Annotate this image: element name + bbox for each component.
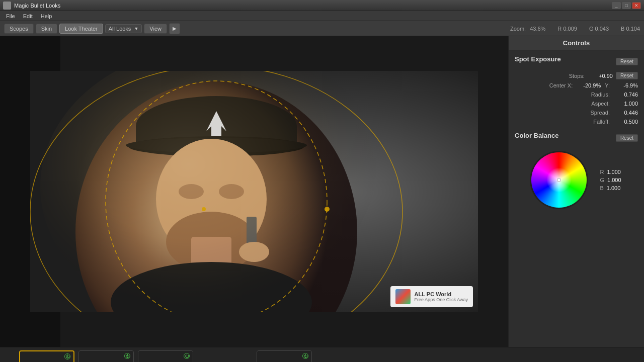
effect-card-colorista[interactable]: ⏻ Colorista 3-Way (78, 350, 134, 362)
view-button[interactable]: View (144, 24, 167, 34)
app-icon (3, 2, 11, 10)
lens-distortion-power-icon[interactable]: ⏻ (302, 353, 308, 359)
watermark: ALL PC World Free Apps One Click Away (390, 286, 473, 307)
y-value: -6.9% (613, 82, 638, 88)
menu-help[interactable]: Help (37, 12, 56, 20)
radius-value: 0.746 (613, 92, 638, 98)
title-bar: Magic Bullet Looks _ □ ✕ (0, 0, 644, 11)
preview-area: .inner-ellipse { fill: none; stroke: #d4… (0, 36, 508, 347)
effect-card-spot-exposure[interactable]: ⏻ S Spot Exposure (19, 350, 74, 362)
svg-point-18 (202, 207, 206, 211)
color-g-value: 1.000 (607, 177, 621, 183)
spread-label: Spread: (590, 110, 610, 116)
zoom-value: 43.6% (530, 26, 545, 32)
effect-card-lens-distortion[interactable]: ⏻ Lens Distortion (257, 350, 312, 362)
spot-exposure-reset-button[interactable]: Reset (616, 58, 638, 65)
color-balance-reset-button[interactable]: Reset (616, 134, 638, 142)
b-channel-info: B 0.104 (621, 26, 640, 32)
color-g-channel: G (600, 177, 604, 183)
scopes-button[interactable]: Scopes (4, 24, 34, 34)
controls-panel: Controls Spot Exposure Reset Stops: +0.9… (508, 36, 644, 347)
all-looks-dropdown[interactable]: All Looks ▼ (105, 24, 142, 33)
colorista-power-icon[interactable]: ⏻ (124, 353, 130, 359)
cosmo-power-icon[interactable]: ⏻ (184, 353, 190, 359)
play-button[interactable]: ▶ (169, 23, 180, 34)
falloff-value: 0.500 (613, 119, 638, 125)
preview-canvas: .inner-ellipse { fill: none; stroke: #d4… (30, 71, 478, 312)
svg-point-19 (325, 207, 330, 212)
close-button[interactable]: ✕ (632, 2, 641, 9)
watermark-title: ALL PC World (415, 291, 468, 297)
zoom-label: Zoom: (510, 26, 526, 32)
effect-card-cosmo[interactable]: ⏻ 🍸 Cosmo (138, 350, 193, 362)
radius-label: Radius: (591, 92, 610, 98)
center-x-value: -20.9% (576, 82, 601, 88)
menu-edit[interactable]: Edit (19, 12, 37, 20)
stops-value: +0.90 (588, 73, 613, 79)
svg-point-15 (40, 71, 392, 312)
color-wheel-container[interactable] (531, 152, 587, 208)
dropdown-arrow-icon: ▼ (134, 26, 138, 31)
menu-file[interactable]: File (2, 12, 19, 20)
aspect-label: Aspect: (591, 101, 610, 107)
color-r-value: 1.000 (607, 169, 621, 175)
menu-bar: File Edit Help (0, 11, 644, 21)
window-title: Magic Bullet Looks (14, 3, 612, 9)
stops-label: Stops: (569, 73, 585, 79)
main-layout: .inner-ellipse { fill: none; stroke: #d4… (0, 36, 644, 347)
spread-value: 0.446 (613, 110, 638, 116)
spread-row: Spread: 0.446 (515, 110, 638, 116)
color-r-channel: R (600, 169, 604, 175)
color-balance-section: Color Balance Reset R 1.000 (515, 132, 638, 213)
color-wheel[interactable] (531, 152, 587, 208)
color-balance-title: Color Balance (515, 132, 558, 139)
toolbar: Scopes Skin Look Theater All Looks ▼ Vie… (0, 21, 644, 36)
controls-header: Controls (509, 36, 644, 50)
aspect-value: 1.000 (613, 101, 638, 107)
minimize-button[interactable]: _ (612, 2, 621, 9)
maximize-button[interactable]: □ (622, 2, 631, 9)
looks-sidebar: Looks (2, 347, 13, 362)
person-image: .inner-ellipse { fill: none; stroke: #d4… (30, 71, 478, 312)
y-label: Y: (605, 82, 610, 88)
spot-exposure-power-icon[interactable]: ⏻ (64, 353, 70, 359)
stops-row: Stops: +0.90 Reset (515, 72, 638, 79)
color-g-row: G 1.000 (600, 177, 621, 183)
watermark-subtitle: Free Apps One Click Away (415, 297, 468, 302)
spot-exposure-title: Spot Exposure (515, 55, 561, 63)
watermark-logo (395, 289, 411, 304)
g-channel-info: G 0.043 (589, 26, 609, 32)
tools-sidebar: Tools (631, 347, 642, 362)
window-controls: _ □ ✕ (612, 2, 641, 9)
aspect-row: Aspect: 1.000 (515, 101, 638, 107)
color-b-row: B 1.000 (600, 185, 621, 191)
center-x-row: Center X: -20.9% Y: -6.9% (515, 82, 638, 88)
controls-body: Spot Exposure Reset Stops: +0.90 Reset C… (509, 50, 644, 347)
look-theater-button[interactable]: Look Theater (59, 24, 103, 34)
radius-row: Radius: 0.746 (515, 92, 638, 98)
empty-slot (197, 350, 253, 362)
color-b-channel: B (600, 185, 603, 191)
falloff-label: Falloff: (593, 119, 610, 125)
color-rgb-values: R 1.000 G 1.000 B 1.000 (600, 169, 621, 191)
skin-button[interactable]: Skin (36, 24, 57, 34)
stops-reset-button[interactable]: Reset (616, 72, 638, 79)
center-x-label: Center X: (549, 82, 573, 88)
bottom-strip: Looks ⏻ S Spot Exposure ⏻ (0, 347, 644, 362)
effects-row: Looks ⏻ S Spot Exposure ⏻ (0, 347, 644, 362)
color-wheel-dot (557, 178, 561, 182)
r-channel-info: R 0.009 (557, 26, 577, 32)
color-b-value: 1.000 (607, 185, 621, 191)
falloff-row: Falloff: 0.500 (515, 119, 638, 125)
color-r-row: R 1.000 (600, 169, 621, 175)
